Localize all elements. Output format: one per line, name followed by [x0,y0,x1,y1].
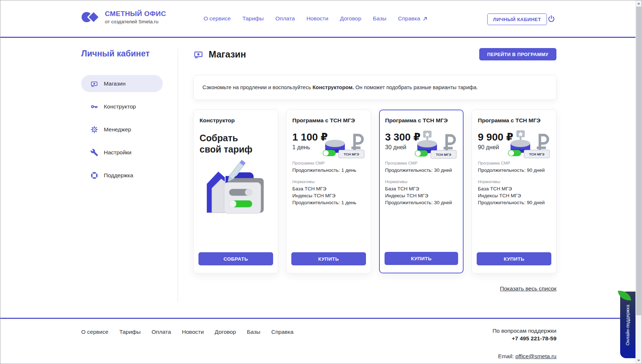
product-image: ТСН МГЭ [506,129,553,164]
section-line: Продолжительность: 30 дней [385,199,458,206]
logout-power-icon[interactable] [547,15,556,23]
card-section: Нормативы База ТСН МГЭ Индексы ТСН МГЭ П… [478,179,550,206]
sidebar-item-manager[interactable]: Менеджер [81,121,163,138]
section-line: Продолжительность: 1 день [292,199,365,206]
nav-help-label: Справка [398,15,420,22]
tariff-cards: Конструктор Собрать свой тариф [193,110,556,273]
card-section: Нормативы База ТСН МГЭ Индексы ТСН МГЭ П… [292,179,365,206]
show-all-link[interactable]: Показать весь список [500,285,556,292]
card-title: Программа с ТСН МГЭ [292,117,365,124]
nav-tariffs[interactable]: Тарифы [243,15,264,22]
sidebar-item-label: Поддержка [104,172,133,179]
tariff-card-30-days: Программа с ТСН МГЭ 3 300 ₽ 30 дней ТСН … [379,110,464,273]
nav-news[interactable]: Новости [307,15,328,22]
logo-text: СМЕТНЫЙ ОФИС от создателей Smeta.ru [105,10,166,24]
banner-text: Сэкономьте на продлении и воспользуйтесь… [202,84,478,90]
banknote-icon [90,80,98,88]
section-label: Нормативы [385,179,458,184]
card-headline: Собрать свой тариф [200,132,272,155]
personal-account-button[interactable]: ЛИЧНЫЙ КАБИНЕТ [487,13,547,25]
tariff-card-1-day: Программа с ТСН МГЭ 1 100 ₽ 1 день ТСН М… [286,110,371,273]
footer-nav-bases[interactable]: Базы [247,329,260,335]
sidebar-item-support[interactable]: Поддержка [81,167,163,184]
sidebar-item-shop[interactable]: Магазин [81,75,163,92]
footer-nav-help[interactable]: Справка [271,329,294,335]
nav-about[interactable]: О сервисе [204,15,231,22]
section-label: Нормативы [478,179,550,184]
support-label: По вопросам поддержки [492,328,556,334]
header: СМЕТНЫЙ ОФИС от создателей Smeta.ru О се… [0,0,636,38]
lifebuoy-icon [90,171,98,179]
email-link[interactable]: office@smeta.ru [515,353,556,359]
buy-button[interactable]: КУПИТЬ [291,252,366,265]
section-line: Продолжительность: 90 дней [478,167,550,174]
svg-text:ТСН МГЭ: ТСН МГЭ [529,152,544,156]
main-nav: О сервисе Тарифы Оплата Новости Договор … [204,0,428,37]
sidebar: Личный кабинет Магазин Конструктор [81,49,178,302]
buy-button[interactable]: КУПИТЬ [477,252,551,265]
sidebar-item-settings[interactable]: Настройки [81,144,163,161]
logo: СМЕТНЫЙ ОФИС от создателей Smeta.ru [81,9,166,25]
section-line: Продолжительность: 1 день [292,167,365,174]
gear-icon [90,126,98,134]
sidebar-item-label: Настройки [104,149,131,156]
tariff-card-90-days: Программа с ТСН МГЭ 9 900 ₽ 90 дней ТСН … [472,110,556,273]
main-content: Магазин ПЕРЕЙТИ В ПРОГРАММУ Сэкономьте н… [193,38,556,292]
product-image: ТСН МГЭ [320,129,368,164]
banner-text-before: Сэкономьте на продлении и воспользуйтесь [202,84,312,90]
section-line: База ТСН МГЭ [292,186,365,193]
banner-text-after: Он поможет подобрать разные варианты тар… [354,84,478,90]
logo-title: СМЕТНЫЙ ОФИС [105,10,166,18]
footer-nav-about[interactable]: О сервисе [81,329,109,335]
nav-payment[interactable]: Оплата [275,15,295,22]
online-support-widget[interactable]: Онлайн-поддержка [620,292,635,358]
section-line: База ТСН МГЭ [385,186,458,193]
section-line: Индексы ТСН МГЭ [385,193,458,199]
external-link-icon [422,16,428,21]
page-header: Магазин ПЕРЕЙТИ В ПРОГРАММУ [193,47,556,62]
buy-button[interactable]: КУПИТЬ [385,252,458,265]
build-button[interactable]: СОБРАТЬ [198,252,273,265]
footer-nav: О сервисе Тарифы Оплата Новости Договор … [81,329,294,335]
nav-contract[interactable]: Договор [340,15,362,22]
headline-line-1: Собрать [200,132,272,144]
sidebar-item-constructor[interactable]: Конструктор [81,98,163,115]
footer-nav-payment[interactable]: Оплата [151,329,171,335]
sidebar-item-label: Магазин [104,80,126,87]
section-label: Нормативы [292,179,365,184]
nav-help[interactable]: Справка [398,15,428,22]
footer-nav-news[interactable]: Новости [182,329,204,335]
section-line: Продолжительность: 30 дней [385,167,458,174]
section-line: Индексы ТСН МГЭ [478,193,550,199]
scrollbar-thumb[interactable] [636,7,641,315]
section-line: Индексы ТСН МГЭ [292,193,365,199]
online-support-label: Онлайн-поддержка [620,292,635,358]
wrench-icon [90,149,98,157]
scroll-down-arrow-icon[interactable] [636,357,642,364]
go-to-program-button[interactable]: ПЕРЕЙТИ В ПРОГРАММУ [479,48,556,60]
logo-subtitle: от создателей Smeta.ru [105,19,166,24]
nav-bases[interactable]: Базы [373,15,386,22]
support-phone: +7 495 221-78-59 [492,335,556,342]
constructor-image [200,158,272,220]
logo-icon [81,9,100,25]
shop-banknote-icon [193,49,204,59]
card-title: Конструктор [200,117,272,124]
product-image: ТСН МГЭ [413,129,460,164]
sidebar-menu: Магазин Конструктор [81,75,178,184]
constructor-banner: Сэкономьте на продлении и воспользуйтесь… [193,75,556,100]
svg-text:ТСН МГЭ: ТСН МГЭ [343,152,359,156]
footer-email-row: Email: office@smeta.ru [498,353,556,360]
footer-nav-contract[interactable]: Договор [215,329,236,335]
footer-contacts: По вопросам поддержки +7 495 221-78-59 [492,328,556,342]
sidebar-item-label: Конструктор [104,103,136,110]
card-title: Программа с ТСН МГЭ [478,117,550,124]
card-section: Нормативы База ТСН МГЭ Индексы ТСН МГЭ П… [385,179,458,206]
banner-bold: Конструктором. [312,84,354,90]
page-title: Магазин [209,49,246,60]
section-line: Продолжительность: 90 дней [478,199,550,206]
scroll-up-arrow-icon[interactable] [636,0,642,7]
footer-nav-tariffs[interactable]: Тарифы [119,329,141,335]
sidebar-title: Личный кабинет [81,49,178,59]
sidebar-item-label: Менеджер [104,126,131,133]
